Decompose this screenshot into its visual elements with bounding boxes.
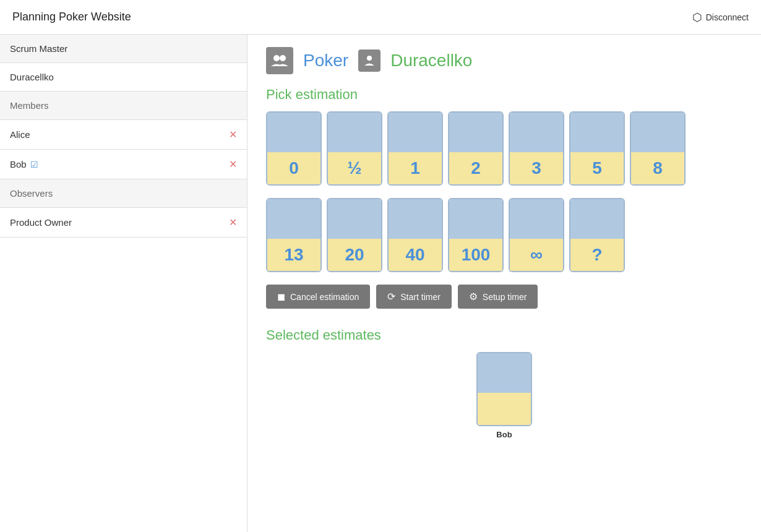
username-title: Duracellko xyxy=(390,51,472,71)
selected-card-player-label: Bob xyxy=(496,430,512,439)
cancel-estimation-label: Cancel estimation xyxy=(290,292,359,302)
main-layout: Scrum Master Duracellko Members Alice ✕ … xyxy=(0,35,761,532)
card-5[interactable]: 5 xyxy=(569,111,625,186)
bob-selected-card xyxy=(476,352,532,426)
bob-check-icon: ☑ xyxy=(30,160,38,169)
action-buttons: ◼ Cancel estimation ⟳ Start timer ⚙ Setu… xyxy=(266,285,742,309)
card-40[interactable]: 40 xyxy=(387,198,443,272)
disconnect-button[interactable]: ⬡ Disconnect xyxy=(692,11,749,24)
member-alice: Alice ✕ xyxy=(0,120,247,150)
poker-group-icon xyxy=(266,47,293,74)
app-header: Planning Poker Website ⬡ Disconnect xyxy=(0,0,761,35)
card-100[interactable]: 100 xyxy=(448,198,504,272)
selected-estimates-heading: Selected estimates xyxy=(266,327,742,343)
start-timer-label: Start timer xyxy=(400,292,441,302)
cards-row-1: 0 ½ 1 2 3 5 8 xyxy=(266,111,742,186)
gear-icon: ⚙ xyxy=(469,291,478,302)
svg-point-1 xyxy=(280,55,286,61)
poker-title: Poker xyxy=(303,51,348,71)
members-section-header: Members xyxy=(0,92,247,120)
cards-row-2: 13 20 40 100 ∞ ? xyxy=(266,198,742,272)
sidebar: Scrum Master Duracellko Members Alice ✕ … xyxy=(0,35,247,532)
selected-card-bottom xyxy=(478,393,531,425)
page-title-row: Poker Duracellko xyxy=(266,47,742,74)
card-20[interactable]: 20 xyxy=(327,198,382,272)
svg-point-2 xyxy=(367,56,372,61)
card-8[interactable]: 8 xyxy=(630,111,686,186)
disconnect-label: Disconnect xyxy=(706,12,749,22)
card-question[interactable]: ? xyxy=(569,198,625,272)
card-0[interactable]: 0 xyxy=(266,111,322,186)
product-owner-label: Product Owner xyxy=(10,217,72,228)
setup-timer-label: Setup timer xyxy=(483,292,527,302)
remove-alice-button[interactable]: ✕ xyxy=(229,129,237,140)
selected-estimates-section: Selected estimates Bob xyxy=(266,327,742,439)
stop-icon: ◼ xyxy=(277,291,285,302)
pick-estimation-heading: Pick estimation xyxy=(266,87,742,103)
scrum-master-name: Duracellko xyxy=(10,72,54,82)
card-1[interactable]: 1 xyxy=(387,111,443,186)
product-owner-section: Product Owner ✕ xyxy=(0,208,247,238)
member-alice-name: Alice xyxy=(10,129,30,140)
card-13[interactable]: 13 xyxy=(266,198,322,272)
user-icon xyxy=(358,49,380,72)
card-infinity[interactable]: ∞ xyxy=(509,198,564,272)
remove-bob-button[interactable]: ✕ xyxy=(229,158,237,170)
disconnect-icon: ⬡ xyxy=(692,11,702,24)
svg-point-0 xyxy=(273,55,280,61)
remove-product-owner-button[interactable]: ✕ xyxy=(229,217,237,228)
main-content: Poker Duracellko Pick estimation 0 ½ xyxy=(247,35,761,532)
scrum-master-item: Duracellko xyxy=(0,63,247,92)
timer-icon: ⟳ xyxy=(387,291,395,302)
cancel-estimation-button[interactable]: ◼ Cancel estimation xyxy=(266,285,370,309)
card-half[interactable]: ½ xyxy=(327,111,382,186)
selected-card-top xyxy=(478,353,531,393)
start-timer-button[interactable]: ⟳ Start timer xyxy=(376,285,452,309)
selected-card-bob: Bob xyxy=(266,352,742,439)
scrum-master-section-header: Scrum Master xyxy=(0,35,247,63)
member-bob-name: Bob ☑ xyxy=(10,159,38,169)
observers-section-header: Observers xyxy=(0,179,247,208)
card-2[interactable]: 2 xyxy=(448,111,504,186)
card-3[interactable]: 3 xyxy=(509,111,564,186)
app-title: Planning Poker Website xyxy=(12,11,131,24)
setup-timer-button[interactable]: ⚙ Setup timer xyxy=(458,285,538,309)
member-bob: Bob ☑ ✕ xyxy=(0,150,247,179)
